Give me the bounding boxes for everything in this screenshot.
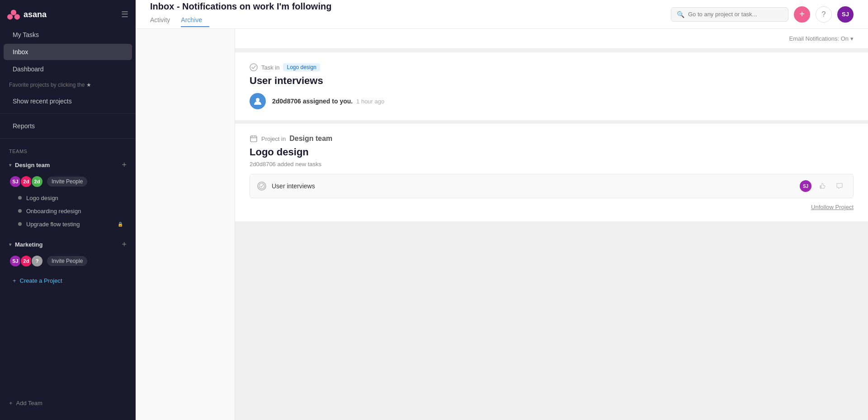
inbox-left-panel: [136, 29, 235, 420]
sidebar-item-inbox[interactable]: Inbox: [4, 44, 132, 60]
svg-point-3: [250, 64, 257, 71]
marketing-team-name: ▾ Marketing: [9, 241, 42, 248]
add-team-button[interactable]: + Add Team: [0, 395, 136, 411]
project-notif-sub: 2d0d8706 added new tasks: [250, 161, 854, 168]
chevron-down-icon: ▾: [9, 163, 11, 168]
project-notif-team: Design team: [289, 135, 332, 143]
plus-icon: +: [13, 277, 16, 284]
chevron-down-icon: ▾: [9, 242, 11, 247]
design-team-header[interactable]: ▾ Design team +: [0, 156, 136, 173]
search-icon: 🔍: [677, 11, 684, 18]
sidebar-header: asana ☰: [0, 0, 136, 26]
calendar-icon: [250, 135, 257, 142]
check-circle-icon: [259, 183, 265, 189]
project-item-logo-design[interactable]: Logo design: [4, 191, 132, 205]
inbox-label: Inbox: [13, 48, 28, 56]
divider: [0, 113, 136, 114]
like-button[interactable]: [816, 180, 829, 192]
help-button[interactable]: ?: [816, 6, 832, 23]
design-team-name: ▾ Design team: [9, 162, 50, 168]
project-item-upgrade[interactable]: Upgrade flow testing 🔒: [4, 218, 132, 231]
show-recent-projects[interactable]: Show recent projects: [4, 93, 132, 109]
search-input[interactable]: [688, 11, 783, 18]
email-notifications-link[interactable]: Email Notifications: On ▾: [789, 35, 854, 42]
svg-point-0: [11, 10, 16, 15]
top-header: Inbox - Notifications on work I'm follow…: [136, 0, 868, 29]
project-dot-icon: [18, 196, 22, 200]
sidebar-item-reports[interactable]: Reports: [4, 118, 132, 134]
marketing-team-header[interactable]: ▾ Marketing +: [0, 235, 136, 252]
avatar: ?: [31, 255, 43, 267]
teams-label: Teams: [0, 142, 136, 156]
marketing-team-members: SJ 2d ? Invite People: [0, 252, 136, 271]
create-project-button[interactable]: + Create a Project: [4, 273, 132, 289]
marketing-team-invite-button[interactable]: Invite People: [47, 256, 87, 266]
add-button[interactable]: +: [794, 6, 810, 23]
task-name: User interviews: [272, 182, 794, 190]
asana-logo-icon: [7, 8, 20, 21]
comment-button[interactable]: [833, 180, 846, 192]
dashboard-label: Dashboard: [13, 65, 44, 73]
sidebar-item-my-tasks[interactable]: My Tasks: [4, 27, 132, 43]
person-icon: [253, 97, 262, 106]
notif-type-label: Task in: [261, 64, 279, 71]
design-team-members: SJ 2d 2d Invite People: [0, 173, 136, 191]
plus-icon: +: [9, 400, 13, 406]
favorites-hint: Favorite projects by clicking the ★: [0, 78, 136, 93]
top-tabs: Activity Archive: [150, 13, 331, 27]
search-box[interactable]: 🔍: [671, 7, 788, 22]
project-item-onboarding[interactable]: Onboarding redesign: [4, 205, 132, 218]
design-team-invite-button[interactable]: Invite People: [47, 177, 87, 187]
tab-archive[interactable]: Archive: [181, 13, 209, 27]
logo-text: asana: [24, 10, 47, 19]
project-dot-icon: [18, 222, 22, 226]
notif-body-1: 2d0d8706 assigned to you. 1 hour ago: [250, 93, 854, 109]
svg-point-9: [259, 183, 264, 189]
design-team-add-button[interactable]: +: [122, 160, 127, 170]
inbox-main-panel: Email Notifications: On ▾ Task in Logo d…: [235, 29, 868, 420]
inbox-area: Email Notifications: On ▾ Task in Logo d…: [136, 29, 868, 420]
lock-icon: 🔒: [118, 222, 123, 227]
project-notif-header: Project in Design team: [250, 135, 854, 143]
header-actions: 🔍 + ? SJ: [671, 6, 854, 23]
svg-point-1: [7, 14, 13, 19]
sidebar-item-dashboard[interactable]: Dashboard: [4, 61, 132, 77]
hamburger-icon[interactable]: ☰: [121, 9, 128, 19]
star-icon: ★: [86, 82, 91, 88]
task-check-icon: [257, 182, 266, 191]
tab-activity[interactable]: Activity: [150, 13, 177, 27]
svg-point-4: [256, 98, 259, 102]
notif-card-1-header: Task in Logo design: [250, 63, 854, 71]
notif-message-1: 2d0d8706 assigned to you. 1 hour ago: [272, 97, 384, 105]
task-user-avatar: SJ: [800, 180, 811, 192]
user-avatar-button[interactable]: SJ: [837, 6, 854, 23]
notif-user-avatar: [250, 93, 266, 109]
thumb-up-icon: [819, 182, 826, 190]
marketing-team-add-button[interactable]: +: [122, 240, 127, 249]
check-circle-icon: [250, 63, 258, 71]
email-notifications-bar: Email Notifications: On ▾: [235, 29, 868, 49]
my-tasks-label: My Tasks: [13, 31, 39, 38]
comment-icon: [836, 182, 843, 190]
notif-tag: Logo design: [283, 63, 320, 71]
svg-rect-5: [250, 136, 257, 142]
asana-logo: asana: [7, 8, 47, 21]
page-title-area: Inbox - Notifications on work I'm follow…: [150, 1, 331, 27]
chevron-down-icon: ▾: [850, 35, 854, 42]
divider2: [0, 138, 136, 139]
unfollow-project-link[interactable]: Unfollow Project: [250, 204, 854, 210]
project-notif-title: Logo design: [250, 146, 854, 158]
svg-point-2: [14, 14, 20, 19]
notification-card-2: Project in Design team Logo design 2d0d8…: [235, 124, 868, 221]
task-row: User interviews SJ: [250, 174, 854, 198]
notification-card-1: Task in Logo design User interviews 2d0d…: [235, 52, 868, 120]
page-title: Inbox - Notifications on work I'm follow…: [150, 1, 331, 12]
project-icon: [250, 135, 258, 143]
avatar: 2d: [31, 175, 43, 188]
notif-title-1: User interviews: [250, 75, 854, 87]
sidebar: asana ☰ My Tasks Inbox Dashboard Favorit…: [0, 0, 136, 420]
project-dot-icon: [18, 209, 22, 213]
main-content: Inbox - Notifications on work I'm follow…: [136, 0, 868, 420]
task-actions: SJ: [800, 180, 846, 192]
project-notif-type: Project in: [261, 135, 286, 142]
